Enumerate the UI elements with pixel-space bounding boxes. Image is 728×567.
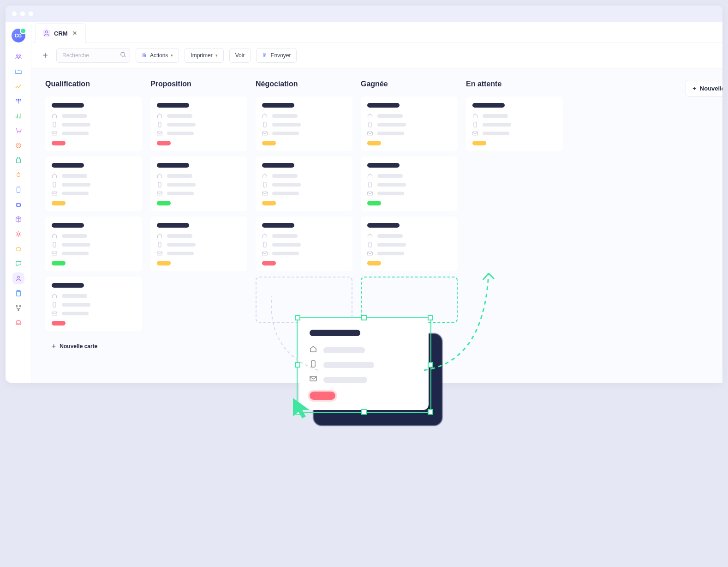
- kanban-card[interactable]: [45, 97, 142, 151]
- kanban-card[interactable]: [256, 217, 352, 271]
- window-dot[interactable]: [20, 12, 25, 16]
- kanban-card[interactable]: [150, 157, 247, 211]
- new-column-area: + Nouvelle: [686, 80, 722, 97]
- search-icon: [120, 52, 126, 60]
- bag-icon[interactable]: [12, 154, 24, 166]
- svg-point-12: [19, 251, 20, 252]
- sidebar: CG: [6, 22, 31, 383]
- kanban-card[interactable]: [361, 217, 458, 271]
- kanban-card[interactable]: [256, 97, 352, 151]
- search-input[interactable]: [56, 48, 130, 63]
- svg-rect-40: [263, 242, 266, 247]
- svg-point-16: [16, 305, 18, 307]
- view-button[interactable]: Voir: [229, 48, 251, 63]
- kanban-card[interactable]: [150, 217, 247, 271]
- column-title: Qualification: [45, 80, 142, 88]
- tab-crm[interactable]: CRM ✕: [35, 23, 86, 43]
- column-title: Négociation: [256, 80, 352, 88]
- column-title: Proposition: [150, 80, 247, 88]
- butterfly-icon[interactable]: [12, 95, 24, 107]
- fire-icon[interactable]: [12, 169, 24, 181]
- svg-point-9: [18, 205, 19, 205]
- column-title: En attente: [466, 80, 563, 88]
- folder-icon[interactable]: [12, 66, 24, 78]
- kanban-card[interactable]: [45, 277, 142, 331]
- svg-rect-49: [473, 132, 478, 135]
- print-button[interactable]: Imprimer ▾: [185, 48, 223, 63]
- chat-icon[interactable]: [12, 258, 24, 270]
- titlebar: [6, 6, 722, 22]
- svg-rect-33: [157, 192, 162, 195]
- svg-point-10: [17, 233, 19, 235]
- svg-rect-37: [263, 132, 268, 135]
- plus-icon: +: [52, 342, 56, 350]
- svg-rect-36: [263, 122, 266, 127]
- kanban-card[interactable]: [45, 157, 142, 211]
- svg-point-20: [121, 52, 125, 56]
- tab-label: CRM: [54, 30, 68, 37]
- send-label: Envoyer: [270, 52, 291, 59]
- print-label: Imprimer: [191, 52, 212, 59]
- doc-icon: 🗎: [262, 52, 268, 59]
- kanban-board: Qualification+Nouvelle cartePropositionN…: [31, 69, 722, 383]
- kanban-card[interactable]: [361, 97, 458, 151]
- kanban-card[interactable]: [150, 97, 247, 151]
- trend-icon[interactable]: [12, 80, 24, 92]
- svg-rect-41: [263, 252, 268, 255]
- svg-point-4: [16, 143, 21, 148]
- users-icon[interactable]: [12, 51, 24, 63]
- new-card-button[interactable]: +Nouvelle carte: [45, 337, 142, 356]
- cube-icon[interactable]: [12, 213, 24, 225]
- svg-rect-7: [16, 203, 20, 206]
- avatar[interactable]: CG: [12, 29, 25, 42]
- view-label: Voir: [235, 52, 245, 59]
- clipboard-icon[interactable]: [12, 287, 24, 299]
- send-button[interactable]: 🗎 Envoyer: [256, 48, 297, 63]
- kanban-card[interactable]: [256, 157, 352, 211]
- svg-rect-28: [53, 302, 56, 308]
- svg-point-2: [17, 133, 18, 133]
- svg-rect-27: [52, 252, 57, 255]
- new-column-button[interactable]: + Nouvelle: [686, 80, 722, 97]
- chevron-down-icon: ▾: [171, 53, 173, 58]
- doc-icon: 🗎: [142, 52, 147, 59]
- chevron-down-icon: ▾: [215, 53, 218, 58]
- gear-icon[interactable]: [12, 228, 24, 240]
- window-dot[interactable]: [29, 12, 33, 16]
- svg-rect-43: [368, 132, 373, 135]
- svg-rect-45: [368, 192, 373, 195]
- close-icon[interactable]: ✕: [72, 30, 78, 36]
- svg-rect-30: [158, 122, 161, 127]
- chart-icon[interactable]: [12, 110, 24, 122]
- add-button[interactable]: +: [40, 50, 51, 61]
- kanban-card[interactable]: [466, 97, 563, 151]
- svg-rect-34: [158, 242, 161, 247]
- svg-rect-31: [157, 132, 162, 135]
- kanban-column: Proposition: [150, 80, 247, 364]
- inbox-icon[interactable]: [12, 317, 24, 329]
- actions-button[interactable]: 🗎 Actions ▾: [136, 48, 179, 63]
- cart-icon[interactable]: [12, 125, 24, 137]
- svg-point-17: [19, 305, 21, 307]
- plus-icon: +: [692, 85, 696, 92]
- new-card-label: Nouvelle carte: [60, 343, 97, 350]
- car-icon[interactable]: [12, 243, 24, 255]
- robot-icon[interactable]: [12, 199, 24, 211]
- mobile-icon[interactable]: [12, 184, 24, 196]
- svg-point-13: [17, 276, 19, 278]
- target-icon[interactable]: [12, 139, 24, 151]
- kanban-column: Gagnée: [361, 80, 458, 364]
- svg-rect-35: [157, 252, 162, 255]
- search-container: [56, 48, 130, 63]
- kanban-card[interactable]: [45, 217, 142, 271]
- person-icon[interactable]: [12, 272, 24, 284]
- window-dot[interactable]: [12, 12, 17, 16]
- svg-rect-6: [17, 187, 20, 193]
- svg-rect-23: [52, 132, 57, 135]
- fork-icon[interactable]: [12, 302, 24, 314]
- svg-rect-26: [53, 242, 56, 247]
- app-window: CG CRM ✕ +: [6, 6, 722, 383]
- svg-rect-42: [369, 122, 371, 127]
- person-icon: [43, 30, 50, 37]
- kanban-card[interactable]: [361, 157, 458, 211]
